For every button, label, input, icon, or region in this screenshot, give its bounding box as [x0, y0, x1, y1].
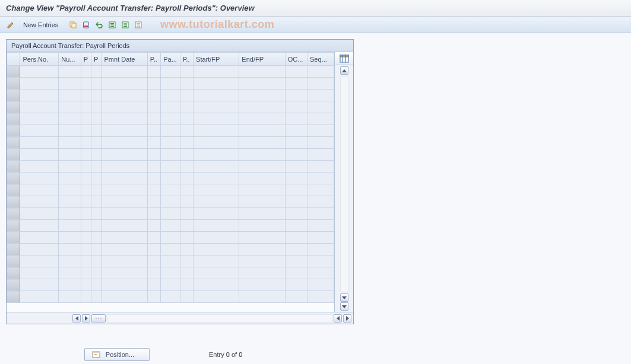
cell[interactable]	[91, 220, 102, 232]
cell[interactable]	[180, 208, 193, 220]
cell[interactable]	[307, 244, 334, 256]
cell[interactable]	[285, 279, 307, 291]
scroll-down-button-2[interactable]	[340, 302, 348, 311]
cell[interactable]	[147, 66, 160, 78]
cell[interactable]	[161, 149, 180, 161]
cell[interactable]	[239, 173, 285, 184]
cell[interactable]	[307, 220, 334, 232]
col-seq[interactable]: Seq...	[307, 53, 334, 66]
cell[interactable]	[194, 161, 239, 173]
cell[interactable]	[285, 137, 307, 149]
row-selector[interactable]	[7, 66, 20, 78]
cell[interactable]	[20, 220, 59, 232]
cell[interactable]	[81, 232, 91, 244]
cell[interactable]	[194, 137, 239, 149]
cell[interactable]	[102, 101, 147, 113]
row-selector[interactable]	[7, 137, 20, 149]
cell[interactable]	[239, 149, 285, 161]
col-p1[interactable]: P	[81, 53, 91, 66]
cell[interactable]	[59, 279, 81, 291]
cell[interactable]	[81, 66, 91, 78]
cell[interactable]	[307, 113, 334, 125]
scroll-left-button[interactable]	[72, 314, 81, 323]
cell[interactable]	[285, 66, 307, 78]
cell[interactable]	[59, 173, 81, 184]
cell[interactable]	[102, 78, 147, 90]
cell[interactable]	[102, 232, 147, 244]
cell[interactable]	[20, 208, 59, 220]
cell[interactable]	[180, 78, 193, 90]
vertical-scrollbar[interactable]	[335, 65, 353, 312]
cell[interactable]	[285, 149, 307, 161]
hscroll-track[interactable]	[107, 314, 332, 323]
cell[interactable]	[161, 267, 180, 279]
cell[interactable]	[285, 78, 307, 90]
cell[interactable]	[20, 137, 59, 149]
cell[interactable]	[307, 66, 334, 78]
col-pa[interactable]: Pa...	[161, 53, 180, 66]
cell[interactable]	[102, 173, 147, 184]
cell[interactable]	[161, 173, 180, 184]
cell[interactable]	[102, 208, 147, 220]
cell[interactable]	[59, 113, 81, 125]
cell[interactable]	[239, 113, 285, 125]
cell[interactable]	[91, 78, 102, 90]
col-oc[interactable]: OC...	[285, 53, 307, 66]
row-selector[interactable]	[7, 256, 20, 267]
cell[interactable]	[20, 113, 59, 125]
cell[interactable]	[147, 196, 160, 208]
cell[interactable]	[91, 267, 102, 279]
select-block-icon[interactable]	[119, 19, 131, 31]
cell[interactable]	[102, 184, 147, 196]
cell[interactable]	[307, 267, 334, 279]
row-selector[interactable]	[7, 78, 20, 90]
cell[interactable]	[102, 137, 147, 149]
cell[interactable]	[161, 78, 180, 90]
cell[interactable]	[81, 244, 91, 256]
cell[interactable]	[147, 232, 160, 244]
cell[interactable]	[194, 173, 239, 184]
cell[interactable]	[161, 244, 180, 256]
cell[interactable]	[147, 244, 160, 256]
cell[interactable]	[161, 90, 180, 101]
cell[interactable]	[91, 173, 102, 184]
cell[interactable]	[81, 220, 91, 232]
row-selector[interactable]	[7, 125, 20, 137]
cell[interactable]	[102, 267, 147, 279]
cell[interactable]	[59, 267, 81, 279]
cell[interactable]	[307, 232, 334, 244]
cell[interactable]	[161, 196, 180, 208]
row-selector[interactable]	[7, 244, 20, 256]
cell[interactable]	[285, 232, 307, 244]
cell[interactable]	[194, 232, 239, 244]
row-selector[interactable]	[7, 173, 20, 184]
cell[interactable]	[102, 90, 147, 101]
cell[interactable]	[180, 101, 193, 113]
cell[interactable]	[161, 184, 180, 196]
cell[interactable]	[20, 291, 59, 303]
cell[interactable]	[147, 161, 160, 173]
cell[interactable]	[81, 279, 91, 291]
cell[interactable]	[161, 137, 180, 149]
cell[interactable]	[307, 208, 334, 220]
cell[interactable]	[285, 90, 307, 101]
cell[interactable]	[147, 149, 160, 161]
cell[interactable]	[81, 101, 91, 113]
cell[interactable]	[161, 279, 180, 291]
cell[interactable]	[239, 161, 285, 173]
cell[interactable]	[91, 244, 102, 256]
cell[interactable]	[20, 256, 59, 267]
cell[interactable]	[239, 267, 285, 279]
cell[interactable]	[59, 208, 81, 220]
cell[interactable]	[147, 267, 160, 279]
cell[interactable]	[285, 291, 307, 303]
cell[interactable]	[20, 196, 59, 208]
cell[interactable]	[81, 267, 91, 279]
cell[interactable]	[81, 78, 91, 90]
cell[interactable]	[194, 267, 239, 279]
cell[interactable]	[180, 291, 193, 303]
scroll-thumb[interactable]	[91, 314, 106, 323]
cell[interactable]	[161, 125, 180, 137]
cell[interactable]	[307, 125, 334, 137]
cell[interactable]	[180, 137, 193, 149]
